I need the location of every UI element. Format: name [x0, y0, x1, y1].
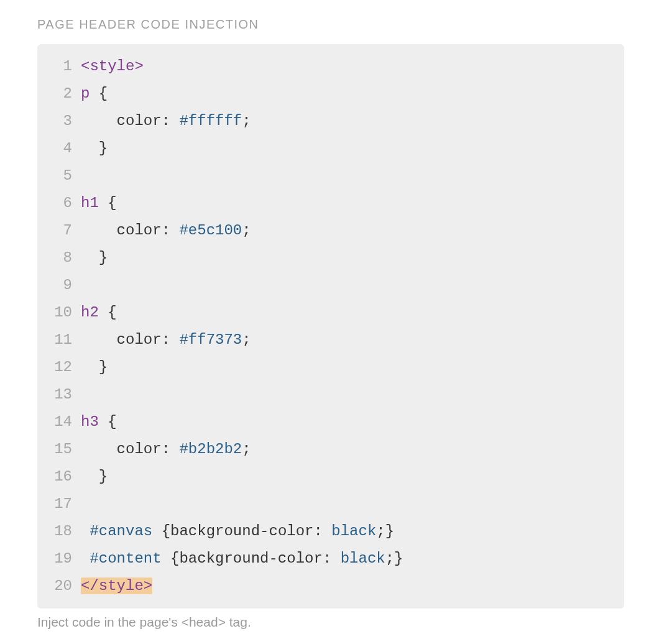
- code-content[interactable]: color: #ffffff;: [81, 108, 624, 135]
- code-line[interactable]: 17: [37, 490, 624, 518]
- code-token: #canvas: [90, 523, 152, 540]
- code-token: #ff7373: [179, 331, 242, 348]
- code-content[interactable]: }: [81, 463, 624, 490]
- code-content[interactable]: color: #ff7373;: [81, 326, 624, 354]
- line-number: 11: [37, 326, 81, 354]
- code-line[interactable]: 4 }: [37, 135, 624, 162]
- code-content[interactable]: color: #e5c100;: [81, 217, 624, 244]
- code-token: color: [117, 441, 162, 458]
- code-content[interactable]: h2 {: [81, 299, 624, 326]
- code-token: h3: [81, 413, 99, 430]
- code-editor[interactable]: 1<style>2p {3 color: #ffffff;4 }56h1 {7 …: [37, 44, 624, 609]
- code-token: [81, 331, 117, 348]
- help-text: Inject code in the page's <head> tag.: [37, 615, 624, 630]
- code-token: #e5c100: [179, 222, 242, 239]
- code-token: :: [162, 222, 180, 239]
- code-content[interactable]: h1 {: [81, 190, 624, 217]
- code-token: [81, 222, 117, 239]
- code-token: #content: [90, 550, 161, 567]
- line-number: 2: [37, 80, 81, 108]
- code-token: ;: [242, 441, 251, 458]
- code-token: black: [331, 523, 376, 540]
- line-number: 8: [37, 244, 81, 272]
- code-line[interactable]: 18 #canvas {background-color: black;}: [37, 518, 624, 545]
- code-line[interactable]: 12 }: [37, 354, 624, 381]
- code-line[interactable]: 10h2 {: [37, 299, 624, 326]
- code-line[interactable]: 2p {: [37, 80, 624, 108]
- code-token: {: [162, 550, 180, 567]
- code-token: {: [99, 304, 117, 321]
- line-number: 9: [37, 272, 81, 299]
- code-content[interactable]: }: [81, 135, 624, 162]
- code-token: h1: [81, 195, 99, 211]
- line-number: 15: [37, 436, 81, 463]
- code-token: [81, 441, 117, 458]
- line-number: 12: [37, 354, 81, 381]
- code-line[interactable]: 3 color: #ffffff;: [37, 108, 624, 135]
- code-token: h2: [81, 304, 99, 321]
- code-token: }: [81, 140, 108, 157]
- code-token: :: [162, 331, 180, 348]
- code-line[interactable]: 1<style>: [37, 53, 624, 80]
- code-line[interactable]: 14h3 {: [37, 408, 624, 436]
- code-token: [81, 550, 90, 567]
- code-token: ;}: [385, 550, 403, 567]
- code-token: [81, 523, 90, 540]
- code-token: }: [81, 249, 108, 266]
- line-number: 19: [37, 545, 81, 573]
- code-content[interactable]: </style>: [81, 573, 624, 600]
- code-token: background-color: [170, 523, 313, 540]
- line-number: 20: [37, 573, 81, 600]
- code-token: [81, 113, 117, 129]
- code-content[interactable]: color: #b2b2b2;: [81, 436, 624, 463]
- line-number: 13: [37, 381, 81, 408]
- code-token: p: [81, 85, 90, 102]
- code-token: #ffffff: [179, 113, 242, 129]
- code-token: }: [81, 468, 108, 485]
- code-line[interactable]: 5: [37, 162, 624, 190]
- code-line[interactable]: 7 color: #e5c100;: [37, 217, 624, 244]
- code-token: {: [90, 85, 108, 102]
- line-number: 16: [37, 463, 81, 490]
- line-number: 18: [37, 518, 81, 545]
- line-number: 5: [37, 162, 81, 190]
- code-line[interactable]: 15 color: #b2b2b2;: [37, 436, 624, 463]
- code-line[interactable]: 11 color: #ff7373;: [37, 326, 624, 354]
- code-token: ;}: [376, 523, 394, 540]
- code-token: {: [152, 523, 170, 540]
- code-line[interactable]: 13: [37, 381, 624, 408]
- code-token: }: [81, 359, 108, 375]
- code-line[interactable]: 8 }: [37, 244, 624, 272]
- line-number: 3: [37, 108, 81, 135]
- code-token: background-color: [179, 550, 322, 567]
- code-content[interactable]: #content {background-color: black;}: [81, 545, 624, 573]
- code-token: ;: [242, 331, 251, 348]
- code-token: {: [99, 195, 117, 211]
- code-token: :: [313, 523, 331, 540]
- code-line[interactable]: 19 #content {background-color: black;}: [37, 545, 624, 573]
- code-token: #b2b2b2: [179, 441, 242, 458]
- code-line[interactable]: 20</style>: [37, 573, 624, 600]
- code-content[interactable]: <style>: [81, 53, 624, 80]
- code-token: color: [117, 222, 162, 239]
- code-token: color: [117, 113, 162, 129]
- code-content[interactable]: p {: [81, 80, 624, 108]
- line-number: 17: [37, 490, 81, 518]
- code-line[interactable]: 6h1 {: [37, 190, 624, 217]
- code-content[interactable]: }: [81, 354, 624, 381]
- code-token: <style>: [81, 58, 144, 75]
- code-content[interactable]: h3 {: [81, 408, 624, 436]
- line-number: 7: [37, 217, 81, 244]
- code-token: ;: [242, 113, 251, 129]
- code-line[interactable]: 9: [37, 272, 624, 299]
- line-number: 1: [37, 53, 81, 80]
- code-token: :: [323, 550, 341, 567]
- code-content[interactable]: }: [81, 244, 624, 272]
- code-token: ;: [242, 222, 251, 239]
- code-token: color: [117, 331, 162, 348]
- code-content[interactable]: #canvas {background-color: black;}: [81, 518, 624, 545]
- code-token: {: [99, 413, 117, 430]
- code-line[interactable]: 16 }: [37, 463, 624, 490]
- code-token: black: [341, 550, 385, 567]
- line-number: 6: [37, 190, 81, 217]
